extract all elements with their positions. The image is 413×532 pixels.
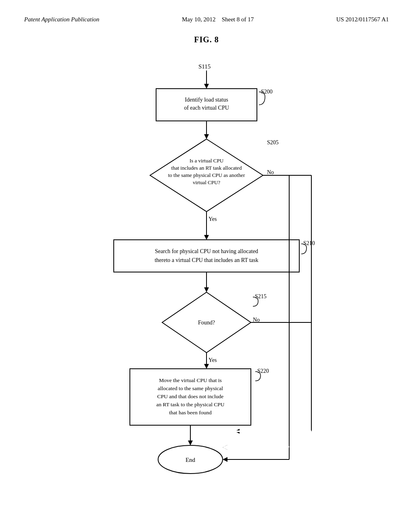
date-label: May 10, 2012 (182, 16, 216, 23)
header-right: US 2012/0117567 A1 (336, 16, 389, 23)
s200-text-line2: of each virtual CPU (184, 105, 229, 111)
erase-ah (223, 445, 227, 450)
s210-text-line1: Search for physical CPU not having alloc… (155, 248, 258, 254)
publication-label: Patent Application Publication (24, 16, 99, 23)
end-text: End (186, 457, 196, 463)
s215-yes-label: Yes (209, 357, 217, 363)
s220-label: S220 (257, 368, 269, 374)
s205-text-line1: Is a virtual CPU (190, 158, 224, 164)
header-left: Patent Application Publication (24, 16, 99, 23)
s205-text-line2: that includes an RT task allocated (171, 165, 242, 171)
s205-yes-label: Yes (209, 216, 217, 222)
s205-text-line4: virtual CPU? (193, 179, 220, 185)
s215-label: S215 (255, 293, 267, 299)
arrow-head-s205-yes (204, 235, 209, 240)
header-center: May 10, 2012 Sheet 8 of 17 (182, 16, 254, 23)
sheet-label: Sheet 8 of 17 (222, 16, 254, 23)
s220-text-line1: Move the virtual CPU that is (159, 377, 222, 383)
s210-box (114, 240, 299, 272)
flowchart-diagram: S115 Identify load status of each virtua… (65, 56, 348, 480)
s220-text-line2: allocated to the same physical (158, 385, 223, 391)
s205-label: S205 (267, 139, 279, 145)
arrow-head-s115 (204, 84, 209, 89)
s220-text-line3: CPU and that does not include (157, 393, 224, 399)
s200-text-line1: Identify load status (185, 97, 228, 103)
s205-no-label: No (267, 169, 274, 175)
s115-label: S115 (198, 63, 211, 70)
s220-text-line4: an RT task to the physical CPU (156, 401, 224, 407)
s205-text-line3: to the same physical CPU as another (168, 172, 245, 178)
arrow-head-s200 (204, 134, 209, 139)
s210-label: S210 (303, 240, 315, 246)
s215-no-label: No (253, 317, 260, 323)
s200-label: S200 (261, 89, 273, 95)
arrow-head-s220 (188, 441, 193, 445)
arrow-head-no-final (223, 457, 227, 462)
s220-text-line5: that has been found (169, 409, 212, 416)
s210-text-line2: thereto a virtual CPU that includes an R… (154, 257, 258, 263)
page-header: Patent Application Publication May 10, 2… (24, 16, 389, 23)
patent-number: US 2012/0117567 A1 (336, 16, 389, 23)
arrow-head-s215-yes (204, 364, 209, 369)
figure-title: FIG. 8 (24, 35, 389, 44)
arrow-head-s210 (204, 287, 209, 292)
s215-text: Found? (198, 320, 215, 326)
